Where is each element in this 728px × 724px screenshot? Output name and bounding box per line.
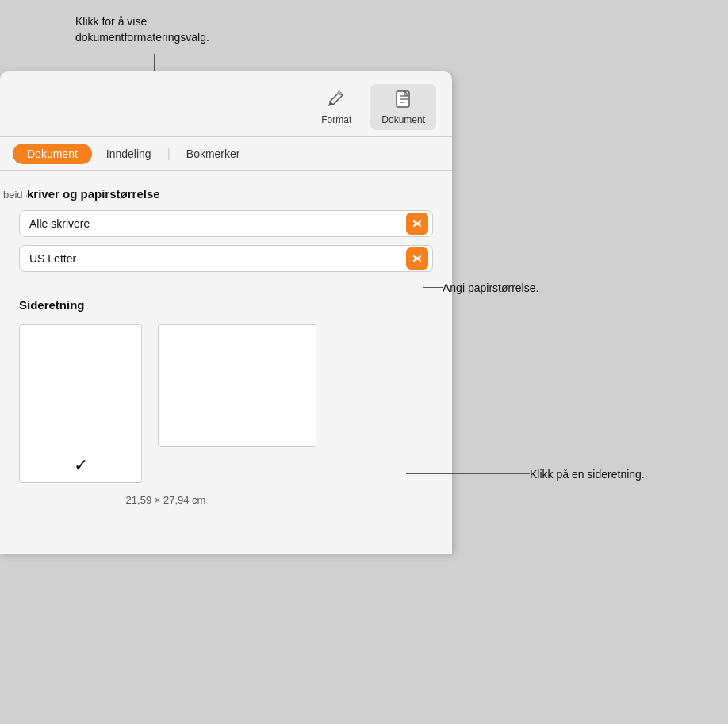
tab-divider: | bbox=[166, 147, 172, 161]
format-icon bbox=[325, 89, 347, 111]
document-icon bbox=[393, 89, 415, 111]
orientation-options: ✓ bbox=[19, 324, 433, 483]
paper-select-wrapper: US Letter bbox=[19, 245, 433, 272]
left-partial-label: beid bbox=[0, 187, 26, 202]
portrait-option[interactable]: ✓ bbox=[19, 324, 142, 483]
document-button[interactable]: Dokument bbox=[370, 84, 436, 130]
section-divider bbox=[19, 285, 433, 285]
page-dimensions: 21,59 × 27,94 cm bbox=[19, 494, 312, 506]
printer-select-wrapper: Alle skrivere bbox=[19, 210, 433, 237]
callout-orientation: Klikk på en sideretning. bbox=[530, 468, 645, 481]
panel-content: Skriver og papirstørrelse Alle skrivere … bbox=[0, 171, 452, 522]
tooltip-top: Klikk for å vise dokumentformateringsval… bbox=[75, 14, 209, 45]
orientation-title: Sideretning bbox=[19, 298, 433, 312]
tab-section[interactable]: Inndeling bbox=[92, 144, 166, 164]
format-button-label: Format bbox=[321, 114, 351, 125]
landscape-page bbox=[158, 324, 316, 447]
callout-paper-size: Angi papirstørrelse. bbox=[443, 282, 538, 294]
printer-select[interactable]: Alle skrivere bbox=[19, 210, 433, 237]
tab-document[interactable]: Dokument bbox=[13, 144, 92, 164]
document-panel: Format Dokument Dokument Inndeling | Bok… bbox=[0, 71, 452, 554]
tab-bar: Dokument Inndeling | Bokmerker bbox=[0, 137, 452, 171]
portrait-checkmark: ✓ bbox=[74, 455, 88, 476]
printer-section-title: Skriver og papirstørrelse bbox=[19, 187, 433, 201]
callout-line-orientation bbox=[406, 473, 530, 474]
toolbar: Format Dokument bbox=[0, 71, 452, 137]
document-button-label: Dokument bbox=[381, 114, 425, 125]
paper-select[interactable]: US Letter bbox=[19, 245, 433, 272]
format-button[interactable]: Format bbox=[310, 84, 362, 130]
tab-bookmarks[interactable]: Bokmerker bbox=[172, 144, 255, 164]
landscape-option[interactable] bbox=[158, 324, 316, 447]
portrait-page: ✓ bbox=[19, 324, 142, 483]
callout-line-paper-size bbox=[423, 287, 443, 288]
